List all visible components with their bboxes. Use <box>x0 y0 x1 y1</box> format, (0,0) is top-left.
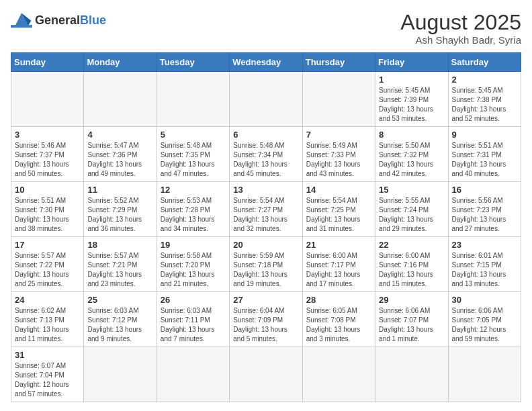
day-number: 22 <box>379 240 444 250</box>
day-number: 19 <box>161 240 226 250</box>
day-info: Sunrise: 5:56 AM Sunset: 7:23 PM Dayligh… <box>452 196 517 234</box>
day-info: Sunrise: 6:01 AM Sunset: 7:15 PM Dayligh… <box>452 251 517 289</box>
calendar-day-cell: 8Sunrise: 5:50 AM Sunset: 7:32 PM Daylig… <box>375 127 448 182</box>
day-info: Sunrise: 6:00 AM Sunset: 7:17 PM Dayligh… <box>306 251 371 289</box>
calendar-day-cell <box>230 72 302 127</box>
calendar-week-row: 31Sunrise: 6:07 AM Sunset: 7:04 PM Dayli… <box>11 347 521 402</box>
weekday-header-thursday: Thursday <box>302 53 375 72</box>
calendar-day-cell: 19Sunrise: 5:58 AM Sunset: 7:20 PM Dayli… <box>157 237 229 292</box>
calendar-day-cell: 18Sunrise: 5:57 AM Sunset: 7:21 PM Dayli… <box>84 237 157 292</box>
calendar-week-row: 10Sunrise: 5:51 AM Sunset: 7:30 PM Dayli… <box>11 182 521 237</box>
day-info: Sunrise: 5:53 AM Sunset: 7:28 PM Dayligh… <box>161 196 226 234</box>
day-info: Sunrise: 6:06 AM Sunset: 7:05 PM Dayligh… <box>452 306 517 344</box>
month-year-title: August 2025 <box>400 11 521 34</box>
day-info: Sunrise: 5:51 AM Sunset: 7:30 PM Dayligh… <box>15 196 80 234</box>
title-area: August 2025 Ash Shaykh Badr, Syria <box>400 11 521 46</box>
day-number: 3 <box>15 130 80 140</box>
day-info: Sunrise: 5:45 AM Sunset: 7:39 PM Dayligh… <box>379 86 444 124</box>
calendar-day-cell: 16Sunrise: 5:56 AM Sunset: 7:23 PM Dayli… <box>448 182 521 237</box>
day-info: Sunrise: 6:02 AM Sunset: 7:13 PM Dayligh… <box>15 306 80 344</box>
calendar-day-cell: 25Sunrise: 6:03 AM Sunset: 7:12 PM Dayli… <box>84 292 157 347</box>
calendar-day-cell <box>84 72 157 127</box>
day-info: Sunrise: 6:03 AM Sunset: 7:12 PM Dayligh… <box>87 306 152 344</box>
day-number: 12 <box>161 185 226 195</box>
day-number: 18 <box>87 240 152 250</box>
day-number: 8 <box>379 130 444 140</box>
day-number: 25 <box>87 295 152 305</box>
calendar-day-cell: 3Sunrise: 5:46 AM Sunset: 7:37 PM Daylig… <box>11 127 84 182</box>
day-number: 20 <box>233 240 298 250</box>
day-number: 23 <box>452 240 517 250</box>
day-info: Sunrise: 5:54 AM Sunset: 7:25 PM Dayligh… <box>306 196 371 234</box>
calendar-day-cell: 27Sunrise: 6:04 AM Sunset: 7:09 PM Dayli… <box>230 292 302 347</box>
day-number: 16 <box>452 185 517 195</box>
day-number: 17 <box>15 240 80 250</box>
calendar-day-cell: 31Sunrise: 6:07 AM Sunset: 7:04 PM Dayli… <box>11 347 84 402</box>
day-info: Sunrise: 5:54 AM Sunset: 7:27 PM Dayligh… <box>233 196 298 234</box>
day-info: Sunrise: 5:46 AM Sunset: 7:37 PM Dayligh… <box>15 141 80 179</box>
day-number: 27 <box>233 295 298 305</box>
logo-text: GeneralBlue <box>35 13 106 28</box>
calendar-day-cell <box>230 347 302 402</box>
calendar-day-cell: 26Sunrise: 6:03 AM Sunset: 7:11 PM Dayli… <box>157 292 229 347</box>
weekday-header-sunday: Sunday <box>11 53 84 72</box>
calendar-week-row: 3Sunrise: 5:46 AM Sunset: 7:37 PM Daylig… <box>11 127 521 182</box>
day-info: Sunrise: 5:48 AM Sunset: 7:34 PM Dayligh… <box>233 141 298 179</box>
weekday-header-saturday: Saturday <box>448 53 521 72</box>
day-number: 29 <box>379 295 444 305</box>
weekday-header-row: SundayMondayTuesdayWednesdayThursdayFrid… <box>11 53 521 72</box>
calendar-day-cell: 29Sunrise: 6:06 AM Sunset: 7:07 PM Dayli… <box>375 292 448 347</box>
calendar-day-cell: 7Sunrise: 5:49 AM Sunset: 7:33 PM Daylig… <box>302 127 375 182</box>
calendar-day-cell: 30Sunrise: 6:06 AM Sunset: 7:05 PM Dayli… <box>448 292 521 347</box>
day-info: Sunrise: 6:03 AM Sunset: 7:11 PM Dayligh… <box>161 306 226 344</box>
day-info: Sunrise: 6:00 AM Sunset: 7:16 PM Dayligh… <box>379 251 444 289</box>
calendar-day-cell <box>302 72 375 127</box>
calendar-day-cell: 1Sunrise: 5:45 AM Sunset: 7:39 PM Daylig… <box>375 72 448 127</box>
weekday-header-friday: Friday <box>375 53 448 72</box>
calendar-day-cell: 6Sunrise: 5:48 AM Sunset: 7:34 PM Daylig… <box>230 127 302 182</box>
day-info: Sunrise: 6:06 AM Sunset: 7:07 PM Dayligh… <box>379 306 444 344</box>
calendar-day-cell: 22Sunrise: 6:00 AM Sunset: 7:16 PM Dayli… <box>375 237 448 292</box>
day-number: 24 <box>15 295 80 305</box>
day-info: Sunrise: 5:57 AM Sunset: 7:22 PM Dayligh… <box>15 251 80 289</box>
weekday-header-monday: Monday <box>84 53 157 72</box>
day-number: 9 <box>452 130 517 140</box>
day-info: Sunrise: 5:58 AM Sunset: 7:20 PM Dayligh… <box>161 251 226 289</box>
calendar-day-cell <box>11 72 84 127</box>
day-number: 7 <box>306 130 371 140</box>
svg-rect-2 <box>11 25 32 28</box>
calendar-day-cell: 14Sunrise: 5:54 AM Sunset: 7:25 PM Dayli… <box>302 182 375 237</box>
day-number: 5 <box>161 130 226 140</box>
calendar-day-cell: 28Sunrise: 6:05 AM Sunset: 7:08 PM Dayli… <box>302 292 375 347</box>
day-number: 2 <box>452 75 517 85</box>
day-info: Sunrise: 5:47 AM Sunset: 7:36 PM Dayligh… <box>87 141 152 179</box>
calendar-table: SundayMondayTuesdayWednesdayThursdayFrid… <box>11 52 521 402</box>
calendar-day-cell: 21Sunrise: 6:00 AM Sunset: 7:17 PM Dayli… <box>302 237 375 292</box>
calendar-day-cell: 10Sunrise: 5:51 AM Sunset: 7:30 PM Dayli… <box>11 182 84 237</box>
calendar-week-row: 1Sunrise: 5:45 AM Sunset: 7:39 PM Daylig… <box>11 72 521 127</box>
calendar-day-cell <box>302 347 375 402</box>
calendar-day-cell: 24Sunrise: 6:02 AM Sunset: 7:13 PM Dayli… <box>11 292 84 347</box>
calendar-day-cell <box>157 347 229 402</box>
calendar-day-cell: 9Sunrise: 5:51 AM Sunset: 7:31 PM Daylig… <box>448 127 521 182</box>
day-number: 30 <box>452 295 517 305</box>
day-number: 14 <box>306 185 371 195</box>
calendar-day-cell: 17Sunrise: 5:57 AM Sunset: 7:22 PM Dayli… <box>11 237 84 292</box>
day-info: Sunrise: 5:57 AM Sunset: 7:21 PM Dayligh… <box>87 251 152 289</box>
calendar-day-cell: 4Sunrise: 5:47 AM Sunset: 7:36 PM Daylig… <box>84 127 157 182</box>
weekday-header-wednesday: Wednesday <box>230 53 302 72</box>
day-info: Sunrise: 5:45 AM Sunset: 7:38 PM Dayligh… <box>452 86 517 124</box>
day-number: 28 <box>306 295 371 305</box>
day-number: 6 <box>233 130 298 140</box>
day-info: Sunrise: 5:59 AM Sunset: 7:18 PM Dayligh… <box>233 251 298 289</box>
calendar-week-row: 17Sunrise: 5:57 AM Sunset: 7:22 PM Dayli… <box>11 237 521 292</box>
calendar-day-cell: 13Sunrise: 5:54 AM Sunset: 7:27 PM Dayli… <box>230 182 302 237</box>
day-number: 4 <box>87 130 152 140</box>
calendar-day-cell: 5Sunrise: 5:48 AM Sunset: 7:35 PM Daylig… <box>157 127 229 182</box>
day-info: Sunrise: 5:51 AM Sunset: 7:31 PM Dayligh… <box>452 141 517 179</box>
calendar-day-cell: 2Sunrise: 5:45 AM Sunset: 7:38 PM Daylig… <box>448 72 521 127</box>
page-header: GeneralBlue August 2025 Ash Shaykh Badr,… <box>11 11 521 46</box>
day-number: 13 <box>233 185 298 195</box>
logo: GeneralBlue <box>11 11 106 30</box>
calendar-day-cell <box>84 347 157 402</box>
